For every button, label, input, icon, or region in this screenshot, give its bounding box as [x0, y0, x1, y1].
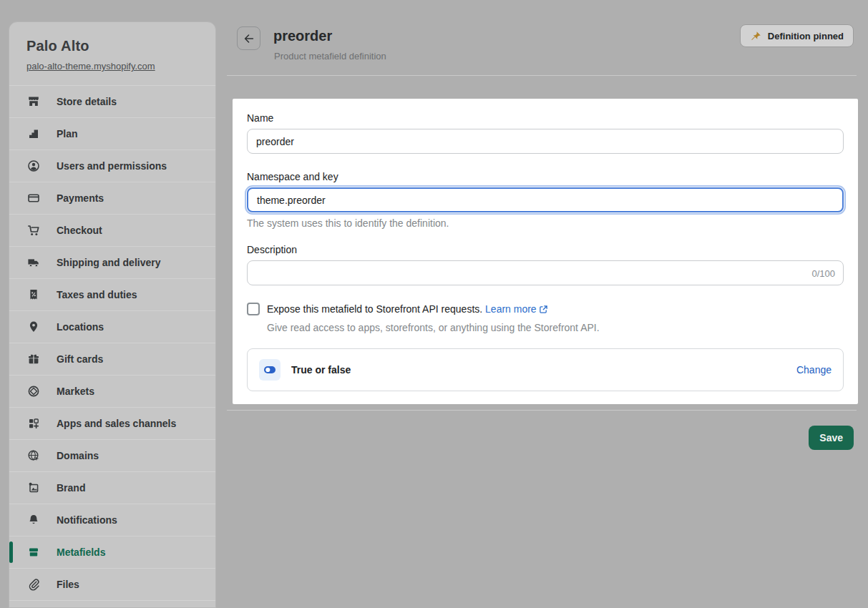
sidebar-item-markets[interactable]: Markets	[9, 376, 215, 408]
name-label: Name	[247, 111, 844, 125]
sidebar-item-files[interactable]: Files	[9, 569, 215, 601]
type-label: True or false	[291, 364, 351, 376]
pushpin-icon	[750, 30, 762, 42]
sidebar-item-notifications[interactable]: Notifications	[9, 504, 215, 536]
sidebar-item-checkout[interactable]: Checkout	[9, 215, 215, 247]
store-name: Palo Alto	[26, 38, 198, 54]
definition-pinned-button[interactable]: Definition pinned	[740, 24, 854, 47]
namespace-help-text: The system uses this to identify the def…	[247, 216, 844, 230]
paperclip-icon	[26, 577, 41, 592]
sidebar-item-store-details[interactable]: Store details	[9, 86, 215, 118]
header-divider	[227, 75, 857, 76]
name-input[interactable]	[247, 129, 844, 154]
save-button[interactable]: Save	[809, 426, 854, 450]
domains-globe-icon	[26, 448, 41, 463]
sidebar-item-users-permissions[interactable]: Users and permissions	[9, 150, 215, 182]
namespace-field-group: Namespace and key The system uses this t…	[247, 170, 844, 230]
page-title: preorder	[273, 28, 332, 44]
change-type-link[interactable]: Change	[796, 364, 832, 376]
metafields-icon	[26, 545, 41, 559]
plan-icon	[26, 127, 41, 141]
gift-icon	[26, 352, 41, 366]
definition-form-card: Name Namespace and key The system uses t…	[233, 99, 858, 404]
settings-sidebar: Palo Alto palo-alto-theme.myshopify.com …	[9, 21, 216, 608]
sidebar-item-taxes-duties[interactable]: Taxes and duties	[9, 279, 215, 311]
external-link-icon	[539, 305, 548, 314]
arrow-left-icon	[243, 32, 255, 45]
expose-checkbox[interactable]	[247, 303, 260, 315]
location-pin-icon	[26, 320, 41, 334]
store-header: Palo Alto palo-alto-theme.myshopify.com	[9, 22, 215, 86]
shipping-truck-icon	[26, 255, 41, 270]
learn-more-link[interactable]: Learn more	[485, 303, 537, 315]
payments-icon	[26, 191, 41, 205]
description-input[interactable]	[247, 260, 844, 285]
sidebar-item-plan[interactable]: Plan	[9, 118, 215, 150]
expose-help-text: Give read access to apps, storefronts, o…	[267, 320, 600, 335]
bell-icon	[26, 513, 41, 527]
description-field-group: Description 0/100	[247, 242, 844, 285]
settings-nav: Store details Plan Users and permissions…	[9, 86, 215, 601]
users-icon	[26, 159, 41, 173]
sidebar-item-metafields[interactable]: Metafields	[9, 536, 215, 569]
back-button[interactable]	[237, 26, 260, 50]
namespace-key-input[interactable]	[247, 187, 844, 212]
sidebar-item-brand[interactable]: Brand	[9, 472, 215, 504]
store-domain-link[interactable]: palo-alto-theme.myshopify.com	[26, 61, 155, 72]
description-label: Description	[247, 242, 844, 257]
boolean-type-icon	[259, 359, 281, 381]
apps-grid-icon	[26, 416, 41, 431]
sidebar-item-gift-cards[interactable]: Gift cards	[9, 343, 215, 376]
name-field-group: Name	[247, 111, 844, 154]
page-subtitle: Product metafield definition	[274, 51, 386, 62]
sidebar-item-shipping-delivery[interactable]: Shipping and delivery	[9, 247, 215, 279]
expose-checkbox-label: Expose this metafield to Storefront API …	[267, 303, 482, 315]
footer-divider	[227, 410, 857, 411]
sidebar-item-domains[interactable]: Domains	[9, 440, 215, 472]
checkout-cart-icon	[26, 223, 41, 237]
brand-image-icon	[26, 481, 41, 495]
sidebar-item-apps-sales-channels[interactable]: Apps and sales channels	[9, 408, 215, 440]
taxes-receipt-icon	[26, 288, 41, 302]
type-selector: True or false Change	[247, 348, 844, 391]
namespace-key-label: Namespace and key	[247, 170, 844, 184]
store-icon	[26, 94, 41, 109]
sidebar-item-locations[interactable]: Locations	[9, 311, 215, 343]
markets-globe-icon	[26, 384, 41, 398]
sidebar-item-payments[interactable]: Payments	[9, 182, 215, 215]
expose-storefront-row: Expose this metafield to Storefront API …	[247, 302, 844, 335]
